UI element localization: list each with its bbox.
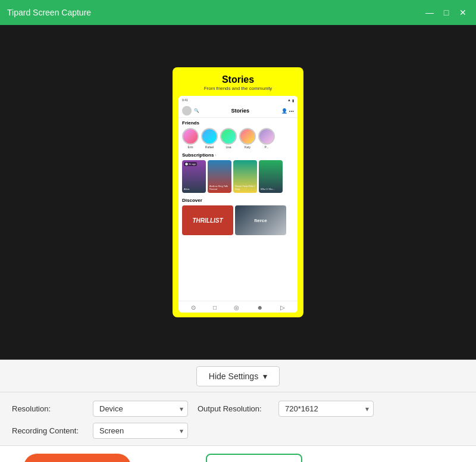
friend-name-lisa: Lisa: [226, 145, 231, 149]
resolution-label: Resolution:: [12, 404, 83, 413]
sub-card-2: Andrew King Talk Revival: [208, 160, 231, 193]
discover-card-fierce: fierce: [235, 205, 286, 235]
status-icons: ▲ ▮: [287, 98, 294, 102]
sub-card-4: Who U Sho...: [259, 160, 283, 193]
sub-card-timer-1: 🕐 1h ago: [184, 162, 197, 166]
stories-header: Stories From friends and the community: [178, 74, 298, 91]
resolution-select-wrapper: Device: [93, 401, 188, 417]
snapshot-button[interactable]: 📷 SnapShot: [206, 454, 302, 462]
search-icon-small: 🔍: [194, 108, 199, 113]
recording-content-label: Recording Content:: [12, 426, 83, 435]
resolution-select[interactable]: Device: [93, 401, 188, 417]
nav-home-icon: ⊙: [191, 304, 196, 311]
wifi-icon: ▲: [287, 98, 291, 102]
friend-item: Rafael: [201, 128, 218, 149]
sub-card-1: Alicia 🕐 1h ago: [182, 160, 206, 193]
friends-section-label: Friends: [178, 118, 298, 127]
friend-avatar-lisa: [220, 128, 237, 145]
hide-settings-button[interactable]: Hide Settings ▾: [196, 366, 280, 386]
sub-card-bg-2: Andrew King Talk Revival: [208, 160, 231, 193]
friend-item: Erin: [182, 128, 199, 149]
chevron-down-icon: ▾: [263, 372, 267, 381]
friend-name-rafael: Rafael: [205, 145, 214, 149]
friend-item: Katy: [239, 128, 256, 149]
add-friend-icon: 👤: [281, 108, 287, 114]
discover-label: Discover: [178, 195, 298, 204]
action-bar: Record 📷 SnapShot Recording History: [0, 445, 476, 462]
subscriptions-arrow-icon: ›: [215, 153, 216, 157]
nav-search-icon: □: [213, 304, 217, 311]
stories-title-text: Stories: [178, 74, 298, 85]
nav-play-icon: ▷: [280, 304, 285, 311]
phone-screen: 9:41 ▲ ▮ 🔍 Stories 👤 ••• Friends: [178, 96, 298, 313]
hide-settings-label: Hide Settings: [209, 372, 258, 381]
phone-nav-bar: ⊙ □ ◎ ☻ ▷: [178, 301, 298, 313]
friend-item: Lisa: [220, 128, 237, 149]
discover-card-thrillist: THRILLIST: [182, 205, 233, 235]
output-resolution-select[interactable]: 720*1612: [278, 401, 374, 417]
phone-status-bar: 9:41 ▲ ▮: [178, 96, 298, 104]
recording-content-select[interactable]: Screen: [93, 423, 188, 439]
output-resolution-label: Output Resolution:: [198, 404, 269, 413]
app-title: Tipard Screen Capture: [7, 8, 91, 17]
phone-app-header: 🔍 Stories 👤 •••: [178, 104, 298, 118]
sub-card-3: Seven Facts Didn't Stop: [233, 160, 257, 193]
nav-friends-icon: ☻: [257, 304, 264, 311]
stories-subtitle: From friends and the community: [178, 86, 298, 91]
user-avatar-small: [182, 106, 192, 116]
phone-preview: Stories From friends and the community 9…: [173, 67, 303, 317]
hide-settings-bar: Hide Settings ▾: [0, 360, 476, 392]
sub-card-label-3: Seven Facts Didn't Stop: [235, 185, 255, 191]
friend-avatar-katy: [239, 128, 256, 145]
fierce-text: fierce: [254, 218, 267, 223]
minimize-button[interactable]: —: [424, 7, 436, 18]
sub-card-bg-3: Seven Facts Didn't Stop: [233, 160, 257, 193]
sub-card-bg-4: Who U Sho...: [259, 160, 283, 193]
resolution-row: Resolution: Device Output Resolution: 72…: [12, 401, 464, 417]
settings-panel: Resolution: Device Output Resolution: 72…: [0, 392, 476, 445]
discover-row: THRILLIST fierce: [178, 204, 298, 238]
sub-card-label-2: Andrew King Talk Revival: [209, 185, 230, 191]
friend-avatar-erin: [182, 128, 199, 145]
title-bar: Tipard Screen Capture — □ ✕: [0, 0, 476, 25]
window-controls: — □ ✕: [424, 7, 469, 18]
friend-name-katy: Katy: [245, 145, 250, 149]
recording-content-row: Recording Content: Screen: [12, 423, 464, 439]
output-resolution-select-wrapper: 720*1612: [278, 401, 374, 417]
phone-header-icons: 👤 •••: [281, 108, 294, 114]
friend-avatar-more: [258, 128, 275, 145]
subscriptions-row: Alicia 🕐 1h ago Andrew King Talk Revival…: [178, 159, 298, 195]
subscriptions-header: Subscriptions ›: [178, 151, 298, 159]
subscriptions-label: Subscriptions: [182, 152, 214, 158]
preview-area: Stories From friends and the community 9…: [0, 25, 476, 360]
friend-name-more: P...: [265, 145, 269, 149]
nav-camera-icon: ◎: [234, 304, 239, 311]
friend-item: P...: [258, 128, 275, 149]
friend-avatar-rafael: [201, 128, 218, 145]
friends-row: Erin Rafael Lisa Katy P...: [178, 127, 298, 151]
friend-name-erin: Erin: [188, 145, 193, 149]
close-button[interactable]: ✕: [457, 7, 469, 18]
battery-icon: ▮: [292, 98, 294, 102]
recording-content-select-wrapper: Screen: [93, 423, 188, 439]
thrillist-text: THRILLIST: [192, 217, 223, 224]
maximize-button[interactable]: □: [440, 7, 452, 18]
phone-header-title: Stories: [202, 108, 279, 114]
more-icon: •••: [289, 108, 294, 114]
sub-card-label-1: Alicia: [184, 188, 190, 191]
record-button[interactable]: Record: [24, 454, 131, 463]
sub-card-label-4: Who U Sho...: [261, 188, 275, 191]
